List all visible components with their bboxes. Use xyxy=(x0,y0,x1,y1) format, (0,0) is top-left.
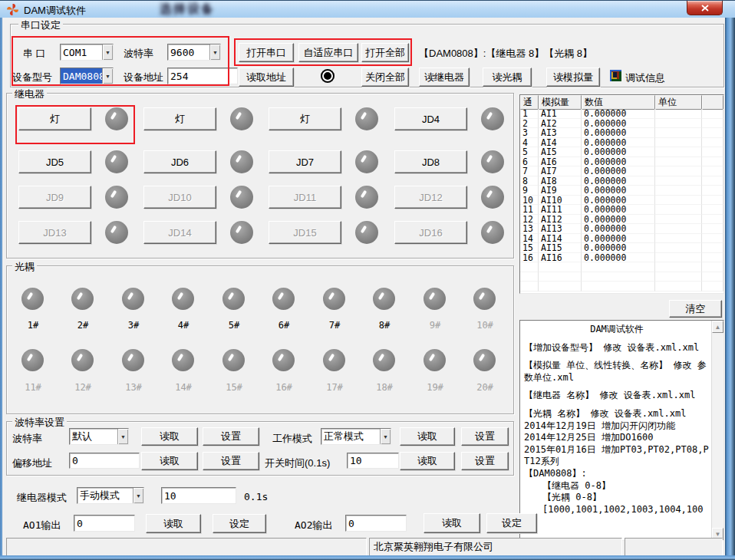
close-all-button[interactable]: 关闭全部 xyxy=(361,68,409,87)
window-border-bottom[interactable] xyxy=(0,555,735,560)
baud-set-button[interactable]: 设置 xyxy=(203,427,259,446)
ao2-input[interactable]: 0 xyxy=(345,515,407,532)
table-row: 12AI120.000000 xyxy=(520,215,723,225)
table-cell xyxy=(655,272,702,282)
info-line: DAM调试软件 xyxy=(524,324,710,336)
table-header-cell[interactable]: 单位 xyxy=(655,95,702,110)
relay-button-9[interactable]: JD9 xyxy=(18,186,91,209)
relay-button-14[interactable]: JD14 xyxy=(143,221,216,244)
relay-button-15[interactable]: JD15 xyxy=(269,221,341,244)
relay-button-2[interactable]: 灯 xyxy=(143,107,216,130)
offset-read-button[interactable]: 读取 xyxy=(141,452,198,470)
info-line: [1000,1001,1002,1003,1004,1000] xyxy=(524,504,710,528)
baud-setting-combobox[interactable]: 默认 ▼ xyxy=(69,428,129,445)
table-header-cell[interactable] xyxy=(702,95,723,110)
relay-button-11[interactable]: JD11 xyxy=(269,186,341,209)
table-row: 11AI110.000000 xyxy=(520,205,723,215)
relay-button-10[interactable]: JD10 xyxy=(143,186,216,209)
relay-led-15 xyxy=(355,221,378,244)
baud-setting-label: 波特率 xyxy=(12,432,42,446)
ao1-read-button[interactable]: 读取 xyxy=(146,514,201,533)
opto-grid: 1#2#3#4#5#6#7#8#9#10#11#12#13#14#15#16#1… xyxy=(6,264,514,414)
switch-time-input[interactable]: 10 xyxy=(347,453,399,469)
baud-read-button[interactable]: 读取 xyxy=(141,427,198,446)
relay-mode-time-input[interactable]: 10 xyxy=(161,487,236,504)
analog-table[interactable]: 通模拟量数值单位 1AI10.0000002AI20.0000003AI30.0… xyxy=(519,94,724,294)
table-cell xyxy=(655,186,702,196)
relay-button-1[interactable]: 灯 xyxy=(18,107,91,130)
read-relay-button[interactable]: 读继电器 xyxy=(419,68,470,87)
scroll-up-icon[interactable]: ▲ xyxy=(712,321,723,333)
table-cell: 0.000000 xyxy=(582,243,655,253)
offset-input[interactable]: 0 xyxy=(69,453,140,469)
clear-button[interactable]: 清空 xyxy=(669,300,722,318)
combo-dropdown-icon[interactable]: ▼ xyxy=(133,488,143,503)
relay-led-9 xyxy=(105,186,128,209)
work-mode-read-button[interactable]: 读取 xyxy=(400,427,455,446)
table-cell xyxy=(539,282,582,292)
relay-button-4[interactable]: JD4 xyxy=(394,107,467,130)
relay-mode-label: 继电器模式 xyxy=(17,491,67,505)
table-cell xyxy=(655,243,702,253)
open-all-button[interactable]: 打开全部 xyxy=(361,43,409,62)
ao1-set-button[interactable]: 设定 xyxy=(213,514,266,533)
switch-time-set-button[interactable]: 设置 xyxy=(461,452,509,470)
table-cell: AI1 xyxy=(539,109,582,119)
read-opto-button[interactable]: 读光耦 xyxy=(483,68,532,87)
baud-combobox[interactable]: 9600 ▼ xyxy=(167,44,221,61)
title-bar[interactable]: DAM调试软件 选择设备 xyxy=(0,0,735,18)
table-cell xyxy=(582,262,655,272)
table-header-cell[interactable]: 模拟量 xyxy=(539,95,582,110)
relay-button-13[interactable]: JD13 xyxy=(18,221,91,244)
table-header-cell[interactable]: 通 xyxy=(520,95,539,110)
table-row: 8AI80.000000 xyxy=(520,176,723,186)
relay-button-7[interactable]: JD7 xyxy=(269,150,341,173)
opto-led-20 xyxy=(473,349,496,371)
combo-dropdown-icon[interactable]: ▼ xyxy=(209,44,220,60)
ao2-set-button[interactable]: 设定 xyxy=(486,513,537,533)
opto-label-3: 3# xyxy=(119,320,148,331)
close-icon xyxy=(701,5,709,12)
combo-dropdown-icon[interactable]: ▼ xyxy=(117,429,128,444)
combo-dropdown-icon[interactable]: ▼ xyxy=(380,429,391,444)
ao2-read-button[interactable]: 读取 xyxy=(424,513,480,533)
device-info-text: 【DAM0808】:【继电器 8】【光耦 8】 xyxy=(419,47,592,61)
switch-time-read-button[interactable]: 读取 xyxy=(400,452,455,470)
relay-button-16[interactable]: JD16 xyxy=(394,221,467,244)
info-panel: DAM调试软件【增加设备型号】 修改 设备表.xml.xml【模拟量 单位、线性… xyxy=(519,320,724,541)
port-label: 串 口 xyxy=(23,47,46,61)
close-button[interactable] xyxy=(687,1,723,15)
baud-label: 波特率 xyxy=(124,47,153,61)
work-mode-combobox[interactable]: 正常模式 ▼ xyxy=(321,428,391,445)
table-row: 2AI20.000000 xyxy=(520,119,723,129)
ao1-input[interactable]: 0 xyxy=(74,515,135,532)
model-combobox[interactable]: DAM0808 ▼ xyxy=(60,68,114,84)
info-panel-scrollbar[interactable]: ▲ ▼ xyxy=(711,321,723,540)
offset-set-button[interactable]: 设置 xyxy=(203,452,259,470)
table-cell: AI13 xyxy=(539,224,582,234)
table-row: 7AI70.000000 xyxy=(520,166,723,176)
relay-button-8[interactable]: JD8 xyxy=(394,150,467,173)
relay-button-6[interactable]: JD6 xyxy=(143,150,216,173)
analog-table-header[interactable]: 通模拟量数值单位 xyxy=(520,95,723,109)
relay-button-3[interactable]: 灯 xyxy=(269,107,341,130)
work-mode-set-button[interactable]: 设置 xyxy=(461,427,509,446)
addr-input[interactable]: 254 xyxy=(167,68,238,84)
port-combobox[interactable]: COM1 ▼ xyxy=(60,44,114,61)
read-analog-button[interactable]: 读模拟量 xyxy=(546,68,600,87)
relay-button-5[interactable]: JD5 xyxy=(18,150,91,173)
open-serial-button[interactable]: 打开串口 xyxy=(239,43,294,62)
info-line: 【光耦 0-8】 xyxy=(524,492,710,504)
relay-button-12[interactable]: JD12 xyxy=(394,186,467,209)
table-header-cell[interactable]: 数值 xyxy=(582,95,655,110)
window-border-right[interactable] xyxy=(725,18,735,560)
read-address-button[interactable]: 读取地址 xyxy=(239,68,294,87)
table-cell xyxy=(702,272,723,282)
table-cell xyxy=(582,282,655,292)
relay-mode-combobox[interactable]: 手动模式 ▼ xyxy=(77,487,144,504)
combo-dropdown-icon[interactable]: ▼ xyxy=(102,44,113,60)
work-mode-label: 工作模式 xyxy=(272,432,312,446)
auto-serial-button[interactable]: 自适应串口 xyxy=(298,43,358,62)
opto-led-14 xyxy=(172,349,194,371)
combo-dropdown-icon[interactable]: ▼ xyxy=(102,68,113,84)
